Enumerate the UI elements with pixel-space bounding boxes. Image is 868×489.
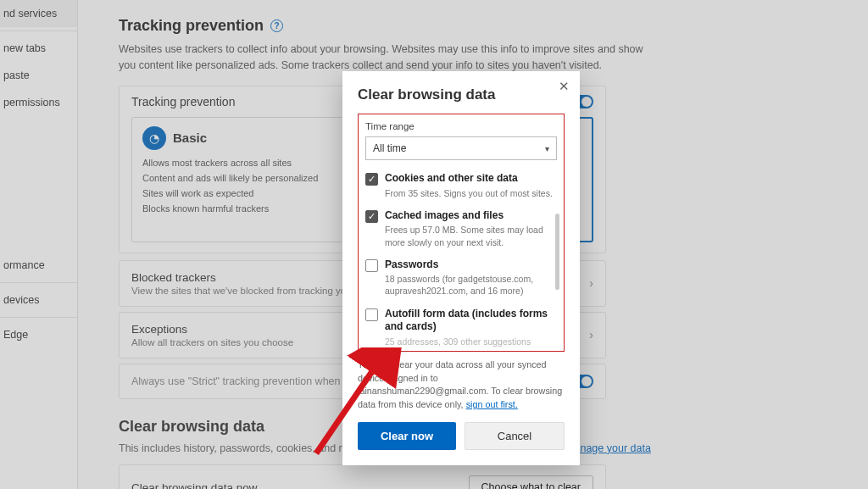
sidebar-item[interactable]: ormance <box>0 252 77 279</box>
close-icon[interactable]: ✕ <box>559 80 570 92</box>
help-icon[interactable]: ? <box>270 19 283 32</box>
chevron-right-icon: › <box>589 276 593 290</box>
row-title: Exceptions <box>131 323 293 336</box>
checkbox-icon[interactable]: ✓ <box>365 210 378 223</box>
time-range-label: Time range <box>365 121 557 131</box>
option-title: Cookies and other site data <box>385 172 553 186</box>
card-bullet: Blocks known harmful trackers <box>142 203 347 214</box>
panel-label: Tracking prevention <box>131 95 235 108</box>
row-title: Clear browsing data now <box>131 481 258 489</box>
option-passwords[interactable]: Passwords 18 passwords (for gadgetstouse… <box>365 255 557 304</box>
option-cookies[interactable]: ✓ Cookies and other site data From 35 si… <box>365 169 557 206</box>
chevron-right-icon: › <box>589 328 593 342</box>
basic-icon: ◔ <box>142 126 166 150</box>
row-title: Blocked trackers <box>131 271 352 284</box>
sidebar-item[interactable]: permissions <box>0 89 77 116</box>
option-title: Autofill form data (includes forms and c… <box>385 308 557 334</box>
scrollbar[interactable] <box>555 214 559 290</box>
option-cache[interactable]: ✓ Cached images and files Frees up 57.0 … <box>365 206 557 255</box>
dialog-title: Clear browsing data <box>358 86 565 103</box>
choose-what-to-clear-button[interactable]: Choose what to clear <box>469 475 593 489</box>
option-sub: 25 addresses, 309 other suggestions <box>385 336 557 347</box>
time-range-select[interactable]: All time ▾ <box>365 136 557 160</box>
row-sub: Allow all trackers on sites you choose <box>131 337 293 347</box>
card-bullet: Content and ads will likely be personali… <box>142 172 347 184</box>
checkbox-icon[interactable] <box>365 259 378 272</box>
option-sub: From 35 sites. Signs you out of most sit… <box>385 187 553 199</box>
sign-out-link[interactable]: sign out first. <box>466 399 518 409</box>
card-title: Basic <box>173 131 207 145</box>
sidebar-item[interactable]: devices <box>0 286 77 314</box>
option-title: Passwords <box>385 258 557 272</box>
clear-browsing-data-dialog: ✕ Clear browsing data Time range All tim… <box>342 71 580 465</box>
sidebar-item[interactable]: Edge <box>0 321 77 348</box>
tracking-prevention-heading: Tracking prevention ? <box>119 17 868 35</box>
sidebar-item[interactable]: nd services <box>0 0 77 27</box>
checkbox-icon[interactable] <box>365 308 378 321</box>
row-sub: View the sites that we've blocked from t… <box>131 286 352 296</box>
highlighted-region: Time range All time ▾ ✓ Cookies and othe… <box>358 114 565 352</box>
sync-disclaimer: This will clear your data across all you… <box>358 358 565 412</box>
settings-sidebar: nd services new tabs paste permissions o… <box>0 0 78 489</box>
cancel-button[interactable]: Cancel <box>465 422 565 450</box>
card-basic[interactable]: ◔ Basic Allows most trackers across all … <box>131 117 358 242</box>
card-bullet: Sites will work as expected <box>142 187 347 199</box>
chevron-down-icon: ▾ <box>545 144 549 153</box>
sidebar-item[interactable]: new tabs <box>0 35 77 62</box>
clear-now-row: Clear browsing data now Choose what to c… <box>119 464 606 489</box>
option-sub: Frees up 57.0 MB. Some sites may load mo… <box>385 224 557 247</box>
option-autofill[interactable]: Autofill form data (includes forms and c… <box>365 304 557 349</box>
card-bullet: Allows most trackers across all sites <box>142 157 347 169</box>
tracking-description: Websites use trackers to collect info ab… <box>119 42 644 74</box>
sidebar-item[interactable]: paste <box>0 62 77 89</box>
clear-now-button[interactable]: Clear now <box>358 422 456 450</box>
option-title: Cached images and files <box>385 209 557 223</box>
option-sub: 18 passwords (for gadgetstouse.com, aupr… <box>385 273 557 297</box>
checkbox-icon[interactable]: ✓ <box>365 173 378 186</box>
